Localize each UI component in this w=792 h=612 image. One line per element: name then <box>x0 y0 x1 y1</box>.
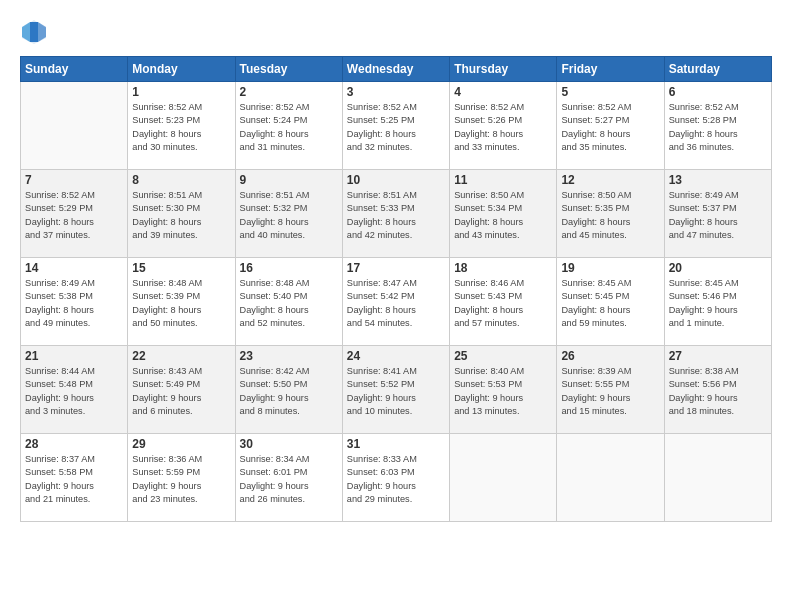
day-info: Sunrise: 8:33 AM Sunset: 6:03 PM Dayligh… <box>347 453 445 506</box>
day-info: Sunrise: 8:52 AM Sunset: 5:28 PM Dayligh… <box>669 101 767 154</box>
day-number: 9 <box>240 173 338 187</box>
day-info: Sunrise: 8:34 AM Sunset: 6:01 PM Dayligh… <box>240 453 338 506</box>
day-number: 16 <box>240 261 338 275</box>
day-info: Sunrise: 8:44 AM Sunset: 5:48 PM Dayligh… <box>25 365 123 418</box>
calendar-cell: 12Sunrise: 8:50 AM Sunset: 5:35 PM Dayli… <box>557 170 664 258</box>
logo <box>20 18 52 46</box>
week-row-2: 7Sunrise: 8:52 AM Sunset: 5:29 PM Daylig… <box>21 170 772 258</box>
day-info: Sunrise: 8:45 AM Sunset: 5:46 PM Dayligh… <box>669 277 767 330</box>
weekday-sunday: Sunday <box>21 57 128 82</box>
calendar-cell: 28Sunrise: 8:37 AM Sunset: 5:58 PM Dayli… <box>21 434 128 522</box>
day-info: Sunrise: 8:49 AM Sunset: 5:38 PM Dayligh… <box>25 277 123 330</box>
day-info: Sunrise: 8:52 AM Sunset: 5:27 PM Dayligh… <box>561 101 659 154</box>
calendar-cell: 15Sunrise: 8:48 AM Sunset: 5:39 PM Dayli… <box>128 258 235 346</box>
day-number: 20 <box>669 261 767 275</box>
week-row-3: 14Sunrise: 8:49 AM Sunset: 5:38 PM Dayli… <box>21 258 772 346</box>
day-number: 11 <box>454 173 552 187</box>
day-number: 25 <box>454 349 552 363</box>
day-number: 2 <box>240 85 338 99</box>
calendar-cell: 8Sunrise: 8:51 AM Sunset: 5:30 PM Daylig… <box>128 170 235 258</box>
calendar-cell: 14Sunrise: 8:49 AM Sunset: 5:38 PM Dayli… <box>21 258 128 346</box>
day-number: 7 <box>25 173 123 187</box>
weekday-monday: Monday <box>128 57 235 82</box>
day-info: Sunrise: 8:51 AM Sunset: 5:33 PM Dayligh… <box>347 189 445 242</box>
svg-marker-2 <box>30 22 38 42</box>
calendar-cell: 29Sunrise: 8:36 AM Sunset: 5:59 PM Dayli… <box>128 434 235 522</box>
day-number: 10 <box>347 173 445 187</box>
calendar-cell <box>450 434 557 522</box>
day-number: 29 <box>132 437 230 451</box>
calendar-cell: 13Sunrise: 8:49 AM Sunset: 5:37 PM Dayli… <box>664 170 771 258</box>
logo-icon <box>20 18 48 46</box>
calendar-cell: 4Sunrise: 8:52 AM Sunset: 5:26 PM Daylig… <box>450 82 557 170</box>
weekday-friday: Friday <box>557 57 664 82</box>
calendar-cell <box>557 434 664 522</box>
calendar-cell: 30Sunrise: 8:34 AM Sunset: 6:01 PM Dayli… <box>235 434 342 522</box>
calendar-cell: 1Sunrise: 8:52 AM Sunset: 5:23 PM Daylig… <box>128 82 235 170</box>
day-info: Sunrise: 8:52 AM Sunset: 5:26 PM Dayligh… <box>454 101 552 154</box>
day-number: 23 <box>240 349 338 363</box>
day-number: 17 <box>347 261 445 275</box>
day-info: Sunrise: 8:50 AM Sunset: 5:34 PM Dayligh… <box>454 189 552 242</box>
calendar-cell: 5Sunrise: 8:52 AM Sunset: 5:27 PM Daylig… <box>557 82 664 170</box>
day-info: Sunrise: 8:52 AM Sunset: 5:24 PM Dayligh… <box>240 101 338 154</box>
calendar-cell: 31Sunrise: 8:33 AM Sunset: 6:03 PM Dayli… <box>342 434 449 522</box>
day-info: Sunrise: 8:40 AM Sunset: 5:53 PM Dayligh… <box>454 365 552 418</box>
calendar-cell: 19Sunrise: 8:45 AM Sunset: 5:45 PM Dayli… <box>557 258 664 346</box>
svg-marker-3 <box>22 22 30 42</box>
day-number: 1 <box>132 85 230 99</box>
day-number: 31 <box>347 437 445 451</box>
calendar-cell: 10Sunrise: 8:51 AM Sunset: 5:33 PM Dayli… <box>342 170 449 258</box>
day-info: Sunrise: 8:49 AM Sunset: 5:37 PM Dayligh… <box>669 189 767 242</box>
calendar-cell: 6Sunrise: 8:52 AM Sunset: 5:28 PM Daylig… <box>664 82 771 170</box>
calendar-cell <box>21 82 128 170</box>
weekday-saturday: Saturday <box>664 57 771 82</box>
day-number: 4 <box>454 85 552 99</box>
calendar-cell: 23Sunrise: 8:42 AM Sunset: 5:50 PM Dayli… <box>235 346 342 434</box>
day-info: Sunrise: 8:43 AM Sunset: 5:49 PM Dayligh… <box>132 365 230 418</box>
day-number: 27 <box>669 349 767 363</box>
day-info: Sunrise: 8:45 AM Sunset: 5:45 PM Dayligh… <box>561 277 659 330</box>
day-info: Sunrise: 8:50 AM Sunset: 5:35 PM Dayligh… <box>561 189 659 242</box>
week-row-1: 1Sunrise: 8:52 AM Sunset: 5:23 PM Daylig… <box>21 82 772 170</box>
week-row-4: 21Sunrise: 8:44 AM Sunset: 5:48 PM Dayli… <box>21 346 772 434</box>
calendar-cell: 21Sunrise: 8:44 AM Sunset: 5:48 PM Dayli… <box>21 346 128 434</box>
day-info: Sunrise: 8:47 AM Sunset: 5:42 PM Dayligh… <box>347 277 445 330</box>
day-number: 12 <box>561 173 659 187</box>
calendar-cell: 26Sunrise: 8:39 AM Sunset: 5:55 PM Dayli… <box>557 346 664 434</box>
calendar-cell: 2Sunrise: 8:52 AM Sunset: 5:24 PM Daylig… <box>235 82 342 170</box>
weekday-wednesday: Wednesday <box>342 57 449 82</box>
weekday-thursday: Thursday <box>450 57 557 82</box>
weekday-header-row: SundayMondayTuesdayWednesdayThursdayFrid… <box>21 57 772 82</box>
calendar-cell: 25Sunrise: 8:40 AM Sunset: 5:53 PM Dayli… <box>450 346 557 434</box>
calendar-cell: 7Sunrise: 8:52 AM Sunset: 5:29 PM Daylig… <box>21 170 128 258</box>
day-info: Sunrise: 8:51 AM Sunset: 5:32 PM Dayligh… <box>240 189 338 242</box>
day-info: Sunrise: 8:39 AM Sunset: 5:55 PM Dayligh… <box>561 365 659 418</box>
day-number: 14 <box>25 261 123 275</box>
calendar-cell <box>664 434 771 522</box>
calendar-cell: 11Sunrise: 8:50 AM Sunset: 5:34 PM Dayli… <box>450 170 557 258</box>
calendar-cell: 18Sunrise: 8:46 AM Sunset: 5:43 PM Dayli… <box>450 258 557 346</box>
day-number: 19 <box>561 261 659 275</box>
weekday-tuesday: Tuesday <box>235 57 342 82</box>
day-info: Sunrise: 8:48 AM Sunset: 5:40 PM Dayligh… <box>240 277 338 330</box>
calendar-cell: 22Sunrise: 8:43 AM Sunset: 5:49 PM Dayli… <box>128 346 235 434</box>
day-info: Sunrise: 8:52 AM Sunset: 5:25 PM Dayligh… <box>347 101 445 154</box>
day-number: 5 <box>561 85 659 99</box>
day-number: 30 <box>240 437 338 451</box>
day-info: Sunrise: 8:36 AM Sunset: 5:59 PM Dayligh… <box>132 453 230 506</box>
calendar-table: SundayMondayTuesdayWednesdayThursdayFrid… <box>20 56 772 522</box>
calendar-cell: 16Sunrise: 8:48 AM Sunset: 5:40 PM Dayli… <box>235 258 342 346</box>
day-number: 8 <box>132 173 230 187</box>
day-info: Sunrise: 8:42 AM Sunset: 5:50 PM Dayligh… <box>240 365 338 418</box>
day-number: 3 <box>347 85 445 99</box>
calendar-cell: 20Sunrise: 8:45 AM Sunset: 5:46 PM Dayli… <box>664 258 771 346</box>
day-number: 15 <box>132 261 230 275</box>
day-info: Sunrise: 8:37 AM Sunset: 5:58 PM Dayligh… <box>25 453 123 506</box>
day-info: Sunrise: 8:52 AM Sunset: 5:29 PM Dayligh… <box>25 189 123 242</box>
calendar-cell: 9Sunrise: 8:51 AM Sunset: 5:32 PM Daylig… <box>235 170 342 258</box>
day-info: Sunrise: 8:51 AM Sunset: 5:30 PM Dayligh… <box>132 189 230 242</box>
day-info: Sunrise: 8:48 AM Sunset: 5:39 PM Dayligh… <box>132 277 230 330</box>
calendar-cell: 24Sunrise: 8:41 AM Sunset: 5:52 PM Dayli… <box>342 346 449 434</box>
day-number: 13 <box>669 173 767 187</box>
